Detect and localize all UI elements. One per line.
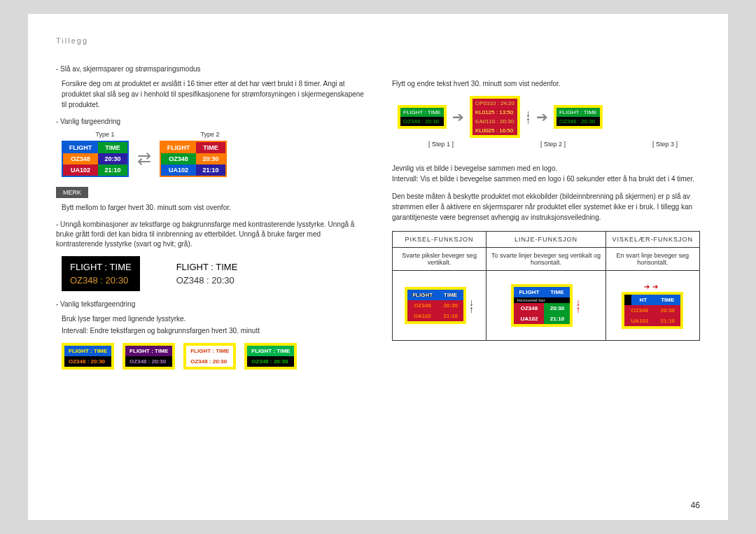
- para-2: Bytt mellom to farger hvert 30. minutt s…: [62, 202, 364, 213]
- type1-label: Type 1: [77, 131, 133, 138]
- section-title: Tillegg: [56, 36, 364, 45]
- arrow-right2-icon: ➔: [536, 108, 548, 125]
- td-line: To svarte linjer beveger seg vertikalt o…: [486, 248, 606, 271]
- step-labels: [ Step 1 ] [ Step 2 ] [ Step 3 ]: [406, 141, 700, 148]
- eraser-demo: ➔➔ HTTIME OZ34820:30 UA10221:10: [606, 271, 699, 341]
- para-3: Bruk lyse farger med lignende lysstyrke.: [62, 314, 364, 324]
- tc-box-1: FLIGHT : TIME OZ348 : 20:30: [62, 343, 114, 370]
- contrast-dark: FLIGHT : TIME OZ348 : 20:30: [62, 256, 140, 291]
- page-number: 46: [691, 500, 700, 510]
- mini-board-pixel: FLIGHTTIME OZ34820:30 UA10221:10: [405, 287, 466, 324]
- tc-box-2: FLIGHT : TIME OZ348 : 20:30: [122, 343, 175, 370]
- arrow-updown-icon: ↓↑: [526, 110, 531, 124]
- td-eraser: En svart linje beveger seg horisontalt.: [606, 248, 699, 271]
- flight-table-type2: FLIGHT TIME OZ348 20:30 UA102 21:10: [160, 141, 227, 177]
- mini-board-eraser: HTTIME OZ34820:30 UA10221:10: [622, 292, 683, 329]
- th-pixel: PIKSEL-FUNKSJON: [393, 232, 486, 248]
- bullet-2: Vanlig fargeendring: [56, 117, 364, 127]
- line-demo: FLIGHTTIME Horizontal bar OZ34820:30 UA1…: [486, 271, 606, 341]
- right-p3: Intervall: Vis et bilde i bevegelse samm…: [392, 174, 700, 184]
- pixel-demo: FLIGHTTIME OZ34820:30 UA10221:10 ↓↑: [393, 271, 486, 341]
- step3-box: FLIGHT : TIME OZ348 : 20:30: [554, 105, 603, 129]
- page: Tillegg Slå av, skjermsparer og strømspa…: [28, 14, 728, 520]
- color-change-row: FLIGHT TIME OZ348 20:30 UA102 21:10 ⇄ FL…: [62, 141, 364, 177]
- para-1: Forsikre deg om at produktet er avslått …: [62, 78, 364, 110]
- arrow-rr-icon: ➔➔: [644, 283, 661, 290]
- mini-board-line: FLIGHTTIME Horizontal bar OZ34820:30 UA1…: [511, 284, 573, 327]
- bullet-1: Slå av, skjermsparer og strømsparingsmod…: [56, 64, 364, 74]
- arrow-ud-icon: ↓↑: [469, 299, 474, 313]
- bullet-4: Vanlig tekstfargeendring: [56, 300, 364, 309]
- right-intro: Flytt og endre tekst hvert 30. minutt so…: [392, 78, 700, 89]
- double-arrow-icon: ⇄: [137, 149, 151, 169]
- flight-table-type1: FLIGHT TIME OZ348 20:30 UA102 21:10: [62, 141, 129, 177]
- tc-box-3: FLIGHT : TIME OZ348 : 20:30: [183, 343, 236, 370]
- right-p2: Jevnlig vis et bilde i bevegelse sammen …: [392, 163, 700, 174]
- para-4: Intervall: Endre tekstfargen og bakgrunn…: [62, 325, 364, 336]
- td-pixel: Svarte piksler beveger seg vertikalt.: [393, 248, 486, 271]
- arrow-ud-red-icon: ↓↑: [575, 299, 580, 313]
- step2-box: OP0310 : 24:20 KL0125 : 13:50 EA0110 : 2…: [470, 96, 520, 138]
- right-p4: Den beste måten å beskytte produktet mot…: [392, 191, 700, 223]
- function-table: PIKSEL-FUNKSJON LINJE-FUNKSJON VISKELÆR-…: [392, 231, 700, 341]
- bullet-3: Unngå kombinasjoner av tekstfarge og bak…: [56, 220, 364, 249]
- tc-box-4: FLIGHT : TIME OZ348 : 20:30: [244, 343, 297, 370]
- contrast-row: FLIGHT : TIME OZ348 : 20:30 FLIGHT : TIM…: [62, 256, 364, 291]
- right-column: Flytt og endre tekst hvert 30. minutt so…: [392, 36, 700, 506]
- type-labels: Type 1 Type 2: [77, 131, 364, 138]
- textcolor-row: FLIGHT : TIME OZ348 : 20:30 FLIGHT : TIM…: [62, 343, 364, 370]
- left-column: Tillegg Slå av, skjermsparer og strømspa…: [56, 36, 364, 506]
- merk-badge: MERK: [56, 187, 88, 198]
- contrast-light: FLIGHT : TIME OZ348 : 20:30: [168, 256, 246, 291]
- th-eraser: VISKELÆR-FUNKSJON: [606, 232, 699, 248]
- type2-label: Type 2: [182, 131, 238, 138]
- step1-box: FLIGHT : TIME OZ348 : 20:30: [398, 105, 447, 129]
- steps-row: FLIGHT : TIME OZ348 : 20:30 ➔ OP0310 : 2…: [398, 96, 700, 138]
- th-line: LINJE-FUNKSJON: [486, 232, 606, 248]
- arrow-right-icon: ➔: [452, 108, 464, 125]
